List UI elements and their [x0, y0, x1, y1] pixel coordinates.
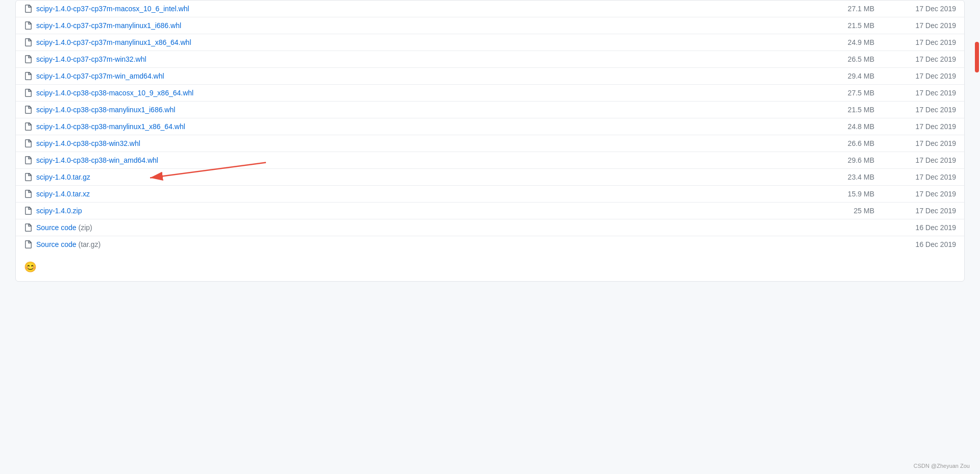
release-file-list: scipy-1.4.0-cp37-cp37m-macosx_10_6_intel…: [16, 1, 964, 253]
file-size: 27.5 MB: [834, 89, 874, 97]
file-size: 27.1 MB: [834, 5, 874, 13]
file-date: 17 Dec 2019: [895, 156, 956, 164]
file-icon: [24, 223, 32, 232]
list-item: scipy-1.4.0-cp38-cp38-manylinux1_x86_64.…: [16, 118, 964, 135]
file-name-link[interactable]: Source code (zip): [36, 223, 834, 232]
file-date: 17 Dec 2019: [895, 38, 956, 46]
list-item: scipy-1.4.0-cp38-cp38-macosx_10_9_x86_64…: [16, 85, 964, 102]
file-date: 17 Dec 2019: [895, 21, 956, 30]
file-icon: [24, 89, 32, 97]
file-size: 24.8 MB: [834, 122, 874, 131]
file-icon: [24, 139, 32, 147]
list-item: scipy-1.4.0-cp37-cp37m-win_amd64.whl29.4…: [16, 68, 964, 85]
scrollbar-track[interactable]: [974, 0, 980, 474]
file-date: 16 Dec 2019: [895, 223, 956, 232]
list-item: scipy-1.4.0-cp37-cp37m-macosx_10_6_intel…: [16, 1, 964, 17]
emoji-reaction[interactable]: 😊: [16, 253, 964, 281]
list-item: scipy-1.4.0-cp37-cp37m-win32.whl26.5 MB1…: [16, 51, 964, 68]
file-name-link[interactable]: scipy-1.4.0-cp37-cp37m-win32.whl: [36, 55, 834, 63]
file-icon: [24, 240, 32, 248]
file-date: 17 Dec 2019: [895, 207, 956, 215]
file-icon: [24, 38, 32, 46]
file-icon: [24, 72, 32, 80]
file-name-link[interactable]: scipy-1.4.0-cp37-cp37m-macosx_10_6_intel…: [36, 5, 834, 13]
list-item: scipy-1.4.0-cp37-cp37m-manylinux1_i686.w…: [16, 17, 964, 34]
file-size: 25 MB: [834, 207, 874, 215]
file-date: 17 Dec 2019: [895, 106, 956, 114]
file-name-link[interactable]: scipy-1.4.0.zip: [36, 207, 834, 215]
file-name-link[interactable]: scipy-1.4.0.tar.gz: [36, 173, 834, 181]
list-item: scipy-1.4.0.tar.gz23.4 MB17 Dec 2019: [16, 169, 964, 186]
file-icon: [24, 5, 32, 13]
file-icon: [24, 156, 32, 164]
list-item: scipy-1.4.0-cp38-cp38-win32.whl26.6 MB17…: [16, 135, 964, 152]
file-list-container: scipy-1.4.0-cp37-cp37m-macosx_10_6_intel…: [15, 0, 965, 282]
file-icon: [24, 190, 32, 198]
watermark: CSDN @Zheyuan Zou: [914, 463, 970, 469]
file-size: 29.6 MB: [834, 156, 874, 164]
file-date: 17 Dec 2019: [895, 139, 956, 147]
file-size: 21.5 MB: [834, 106, 874, 114]
file-size: 26.6 MB: [834, 139, 874, 147]
list-item: scipy-1.4.0.zip25 MB17 Dec 2019: [16, 203, 964, 219]
list-item: scipy-1.4.0.tar.xz15.9 MB17 Dec 2019: [16, 186, 964, 203]
file-icon: [24, 207, 32, 215]
file-name-link[interactable]: scipy-1.4.0-cp38-cp38-win32.whl: [36, 139, 834, 147]
file-name-link[interactable]: scipy-1.4.0-cp38-cp38-win_amd64.whl: [36, 156, 834, 164]
file-name-link[interactable]: scipy-1.4.0-cp38-cp38-macosx_10_9_x86_64…: [36, 89, 834, 97]
file-name-link[interactable]: scipy-1.4.0.tar.xz: [36, 190, 834, 198]
list-item: Source code (zip)16 Dec 2019: [16, 219, 964, 236]
file-name-link[interactable]: scipy-1.4.0-cp38-cp38-manylinux1_i686.wh…: [36, 106, 834, 114]
file-date: 17 Dec 2019: [895, 190, 956, 198]
file-date: 16 Dec 2019: [895, 240, 956, 248]
emoji-icon: 😊: [24, 261, 37, 272]
file-date: 17 Dec 2019: [895, 89, 956, 97]
file-date: 17 Dec 2019: [895, 72, 956, 80]
file-icon: [24, 106, 32, 114]
list-item: scipy-1.4.0-cp38-cp38-win_amd64.whl29.6 …: [16, 152, 964, 169]
file-icon: [24, 55, 32, 63]
file-icon: [24, 122, 32, 131]
file-date: 17 Dec 2019: [895, 122, 956, 131]
list-item: Source code (tar.gz)16 Dec 2019: [16, 236, 964, 253]
file-date: 17 Dec 2019: [895, 173, 956, 181]
file-name-link[interactable]: Source code (tar.gz): [36, 240, 834, 248]
list-item: scipy-1.4.0-cp38-cp38-manylinux1_i686.wh…: [16, 102, 964, 118]
file-icon: [24, 173, 32, 181]
file-date: 17 Dec 2019: [895, 5, 956, 13]
file-size: 24.9 MB: [834, 38, 874, 46]
file-name-link[interactable]: scipy-1.4.0-cp37-cp37m-manylinux1_x86_64…: [36, 38, 834, 46]
file-icon: [24, 21, 32, 30]
file-name-link[interactable]: scipy-1.4.0-cp38-cp38-manylinux1_x86_64.…: [36, 122, 834, 131]
file-name-link[interactable]: scipy-1.4.0-cp37-cp37m-win_amd64.whl: [36, 72, 834, 80]
file-size: 21.5 MB: [834, 21, 874, 30]
file-size: 15.9 MB: [834, 190, 874, 198]
file-size: 23.4 MB: [834, 173, 874, 181]
file-size: 29.4 MB: [834, 72, 874, 80]
list-item: scipy-1.4.0-cp37-cp37m-manylinux1_x86_64…: [16, 34, 964, 51]
scrollbar-thumb[interactable]: [975, 42, 979, 72]
file-name-link[interactable]: scipy-1.4.0-cp37-cp37m-manylinux1_i686.w…: [36, 21, 834, 30]
file-size: 26.5 MB: [834, 55, 874, 63]
file-date: 17 Dec 2019: [895, 55, 956, 63]
